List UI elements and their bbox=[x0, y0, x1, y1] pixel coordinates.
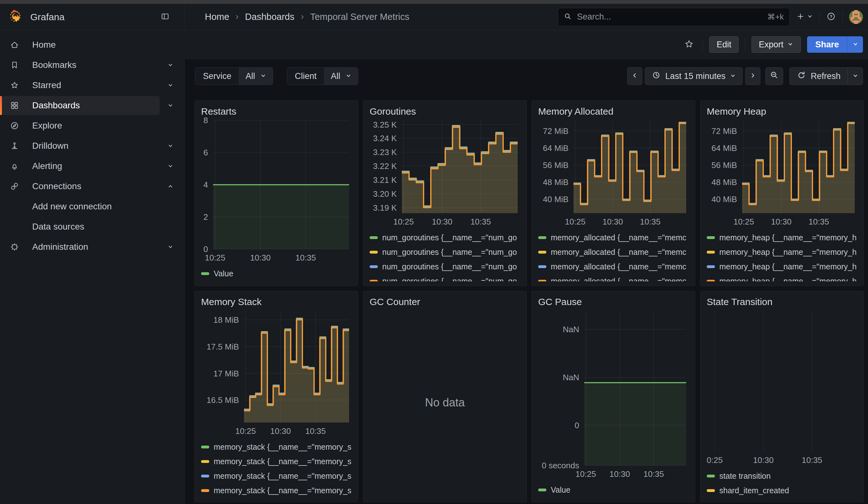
legend-label: state transition bbox=[719, 472, 771, 481]
legend-item[interactable]: shard_item_created bbox=[707, 486, 857, 495]
legend-item[interactable]: num_goroutines {__name__="num_go bbox=[370, 276, 520, 281]
time-range-picker[interactable]: Last 15 minutes bbox=[645, 67, 743, 85]
refresh-button[interactable]: Refresh bbox=[789, 67, 848, 85]
legend-item[interactable]: memory_allocated {__name__="memc bbox=[538, 233, 689, 242]
export-button[interactable]: Export bbox=[752, 36, 801, 53]
chart-memory-allocated: 40 MiB48 MiB56 MiB64 MiB72 MiB10:2510:30… bbox=[538, 117, 689, 228]
legend-item[interactable]: memory_heap {__name__="memory_h bbox=[707, 262, 857, 271]
chevron-down-icon bbox=[345, 71, 352, 81]
grid-icon bbox=[9, 101, 20, 111]
legend-item[interactable]: memory_stack {__name__="memory_s bbox=[201, 486, 352, 495]
sidebar-item-explore[interactable]: Explore bbox=[0, 116, 184, 136]
legend-swatch bbox=[201, 272, 209, 275]
sidebar-item-data-sources[interactable]: Data sources bbox=[0, 217, 184, 237]
chart-area[interactable]: 40 MiB48 MiB56 MiB64 MiB72 MiB10:2510:30… bbox=[707, 117, 857, 228]
panel-restarts: Restarts0246810:2510:3010:35Value bbox=[194, 101, 358, 286]
plus-icon bbox=[796, 12, 805, 22]
legend-item[interactable]: memory_heap {__name__="memory_h bbox=[707, 233, 857, 242]
sidebar-item-add-new-connection[interactable]: Add new connection bbox=[0, 196, 184, 217]
chart-area[interactable]: 0 seconds0NaNNaN10:2510:3010:35 bbox=[538, 308, 689, 480]
zoom-out-icon bbox=[769, 70, 779, 82]
legend-label: memory_heap {__name__="memory_h bbox=[719, 248, 857, 257]
legend-item[interactable]: memory_heap {__name__="memory_h bbox=[707, 247, 857, 257]
panel-title[interactable]: GC Pause bbox=[538, 296, 689, 308]
sidebar-item-home[interactable]: Home bbox=[0, 35, 184, 55]
svg-text:17.5 MiB: 17.5 MiB bbox=[206, 342, 239, 351]
grafana-logo[interactable] bbox=[8, 9, 23, 25]
legend-item[interactable]: num_goroutines {__name__="num_go bbox=[370, 247, 520, 257]
chart-area[interactable]: 3.19 K3.20 K3.21 K3.22 K3.23 K3.24 K3.25… bbox=[370, 117, 520, 228]
legend-item[interactable]: memory_stack {__name__="memory_s bbox=[201, 471, 352, 481]
search-box[interactable]: ⌘+k bbox=[558, 8, 790, 26]
time-shift-back-button[interactable] bbox=[627, 67, 642, 85]
legend-item[interactable]: num_goroutines {__name__="num_go bbox=[370, 262, 520, 271]
panel-title[interactable]: Memory Stack bbox=[201, 296, 352, 308]
svg-text:NaN: NaN bbox=[563, 373, 579, 382]
legend-item[interactable]: memory_allocated {__name__="memc bbox=[538, 262, 689, 271]
panel-grid: Restarts0246810:2510:3010:35ValueGorouti… bbox=[194, 101, 864, 502]
breadcrumb-item-home[interactable]: Home bbox=[205, 12, 229, 22]
sidebar-item-bookmarks[interactable]: Bookmarks bbox=[0, 55, 184, 75]
svg-text:0 seconds: 0 seconds bbox=[541, 461, 579, 470]
legend-item[interactable]: memory_stack {__name__="memory_s bbox=[201, 457, 352, 466]
bell-icon bbox=[9, 161, 20, 171]
panel-title[interactable]: Goroutines bbox=[370, 106, 520, 117]
legend-item[interactable]: memory_allocated {__name__="memc bbox=[538, 276, 689, 281]
filter-value-dropdown[interactable]: All bbox=[239, 68, 273, 85]
chart-area[interactable]: 0246810:2510:3010:35 bbox=[201, 117, 352, 264]
bookmark-icon bbox=[9, 60, 20, 70]
search-input[interactable] bbox=[576, 12, 763, 22]
sidebar-item-label: Starred bbox=[32, 80, 61, 90]
user-avatar[interactable] bbox=[849, 10, 863, 24]
help-button[interactable]: ? bbox=[826, 11, 836, 22]
time-shift-forward-button[interactable] bbox=[745, 67, 761, 85]
legend-swatch bbox=[538, 265, 546, 268]
panel-title[interactable]: Memory Heap bbox=[707, 106, 857, 117]
legend-label: memory_heap {__name__="memory_h bbox=[719, 233, 857, 242]
legend-item[interactable]: memory_heap {__name__="memory_h bbox=[707, 276, 857, 281]
share-dropdown-button[interactable] bbox=[847, 36, 863, 53]
favorite-star-button[interactable] bbox=[682, 39, 696, 51]
edit-button[interactable]: Edit bbox=[709, 36, 738, 53]
legend-item[interactable]: memory_allocated {__name__="memc bbox=[538, 247, 689, 257]
chart-area[interactable]: 40 MiB48 MiB56 MiB64 MiB72 MiB10:2510:30… bbox=[538, 117, 689, 228]
refresh-label: Refresh bbox=[810, 71, 840, 81]
drilldown-icon bbox=[9, 141, 20, 151]
zoom-out-button[interactable] bbox=[765, 67, 783, 85]
dashboard-toolbar: Edit Export Share bbox=[185, 30, 868, 59]
breadcrumb-separator-icon bbox=[234, 14, 240, 20]
svg-text:10:35: 10:35 bbox=[640, 217, 661, 226]
sidebar-item-dashboards[interactable]: Dashboards bbox=[0, 95, 184, 116]
filter-value-dropdown[interactable]: All bbox=[324, 68, 358, 85]
legend-item[interactable]: state transition bbox=[707, 471, 857, 481]
sidebar-item-active-bar bbox=[0, 96, 2, 115]
sidebar-item-connections[interactable]: Connections bbox=[0, 176, 184, 196]
legend-swatch bbox=[201, 475, 209, 477]
legend-item[interactable]: num_goroutines {__name__="num_go bbox=[370, 233, 520, 242]
chart-area[interactable]: 16.5 MiB17 MiB17.5 MiB18 MiB10:2510:3010… bbox=[201, 308, 352, 437]
legend-item[interactable]: Value bbox=[201, 269, 352, 278]
panel-title[interactable]: State Transition bbox=[707, 296, 857, 308]
svg-text:10:30: 10:30 bbox=[602, 217, 623, 226]
sidebar-item-drilldown[interactable]: Drilldown bbox=[0, 136, 184, 156]
legend-swatch bbox=[538, 280, 546, 282]
legend-item[interactable]: memory_stack {__name__="memory_s bbox=[201, 442, 352, 452]
sidebar-toggle-button[interactable] bbox=[158, 11, 172, 22]
add-new-button[interactable] bbox=[796, 12, 813, 22]
legend-item[interactable]: Value bbox=[538, 485, 689, 495]
legend-label: memory_allocated {__name__="memc bbox=[551, 277, 686, 282]
chevron-up-icon bbox=[167, 183, 174, 189]
panel-title[interactable]: Restarts bbox=[201, 106, 352, 117]
refresh-interval-dropdown[interactable] bbox=[848, 67, 863, 85]
svg-text:10:30: 10:30 bbox=[432, 217, 452, 226]
sidebar-item-alerting[interactable]: Alerting bbox=[0, 156, 184, 176]
chart-area[interactable]: 0:2510:3010:35 bbox=[707, 308, 857, 466]
chart-memory-stack: 16.5 MiB17 MiB17.5 MiB18 MiB10:2510:3010… bbox=[201, 308, 352, 437]
compass-icon bbox=[9, 121, 20, 131]
sidebar-item-starred[interactable]: Starred bbox=[0, 75, 184, 95]
panel-title[interactable]: Memory Allocated bbox=[538, 106, 689, 117]
breadcrumb-item-dashboards[interactable]: Dashboards bbox=[245, 12, 294, 22]
sidebar-item-administration[interactable]: Administration bbox=[0, 237, 184, 257]
panel-title[interactable]: GC Counter bbox=[370, 296, 520, 308]
share-button[interactable]: Share bbox=[807, 36, 847, 53]
